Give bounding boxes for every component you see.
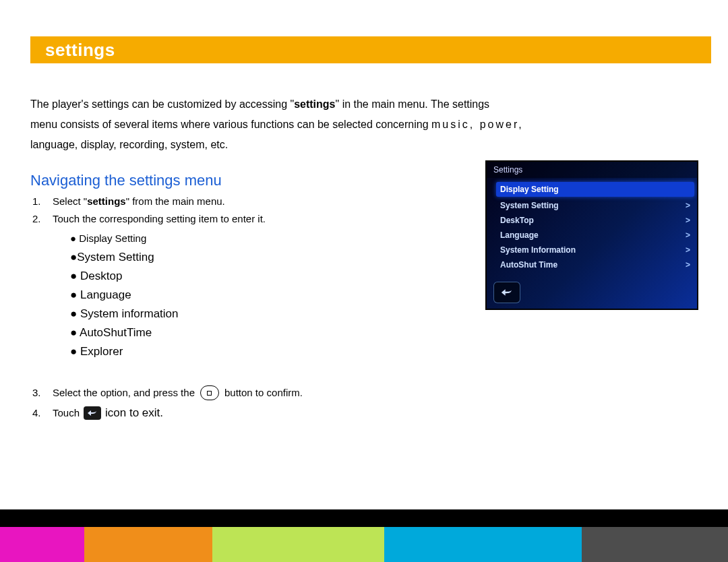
bullet-language: ● Language (70, 286, 179, 305)
manual-page: settings The player's settings can be cu… (0, 0, 728, 562)
step-text-frag: button to confirm. (224, 383, 303, 403)
device-screenshot: Settings Display Setting System Setting>… (485, 160, 698, 310)
bullet-system-setting: ●System Setting (70, 248, 179, 267)
device-title: Settings (487, 162, 697, 178)
steps-list-top: 1. Select "settings" from the main menu.… (32, 193, 464, 228)
step-4: 4. Touch icon to exit. (32, 403, 464, 423)
steps-list-bottom: 3. Select the option, and press the butt… (32, 383, 464, 423)
step-text: Select "settings" from the main menu. (53, 193, 464, 210)
step-text-frag: icon to exit. (105, 403, 163, 423)
chevron-right-icon: > (686, 216, 690, 225)
step-number: 4. (32, 403, 53, 423)
device-back-button[interactable] (493, 282, 520, 303)
return-icon (84, 406, 101, 420)
intro-text: language, display, recording, system, et… (30, 139, 228, 150)
step-text: Touch icon to exit. (53, 403, 464, 423)
page-title: settings (30, 40, 115, 61)
bullet-explorer: ● Explorer (70, 342, 179, 361)
bullet-desktop: ● Desktop (70, 267, 179, 286)
step-3: 3. Select the option, and press the butt… (32, 383, 464, 403)
step-number: 3. (32, 383, 53, 403)
confirm-button-icon (200, 385, 219, 400)
intro-keyword: settings (294, 98, 335, 110)
device-item-desktop[interactable]: DeskTop> (500, 213, 690, 228)
settings-bullet-list: ● Display Setting ●System Setting ● Desk… (70, 229, 179, 361)
step-text-frag: Touch (53, 403, 80, 423)
footer-chip-lime (212, 527, 384, 562)
device-menu: Display Setting System Setting> DeskTop>… (487, 178, 697, 272)
device-item-language[interactable]: Language> (500, 228, 690, 243)
bullet-display-setting: ● Display Setting (70, 229, 179, 248)
chevron-right-icon: > (686, 201, 690, 210)
intro-text: " in the main menu. The settings (336, 98, 490, 110)
header-bar: settings (30, 36, 711, 63)
bullet-system-information: ● System information (70, 305, 179, 323)
step-text-frag: Select " (53, 195, 87, 207)
device-item-display-setting[interactable]: Display Setting (496, 182, 694, 197)
footer-color-bar (0, 509, 728, 562)
section-heading: Navigating the settings menu (30, 172, 222, 189)
step-number: 1. (32, 193, 53, 210)
footer-chip-cyan (384, 527, 582, 562)
footer-chip-grey (582, 527, 728, 562)
step-text-frag: " from the main menu. (126, 195, 225, 207)
intro-text: The player's settings can be customized … (30, 98, 294, 110)
footer-chip-magenta (0, 527, 84, 562)
device-item-system-information[interactable]: System Information> (500, 243, 690, 257)
footer-chip-orange (84, 527, 212, 562)
step-keyword: settings (87, 195, 126, 207)
device-item-system-setting[interactable]: System Setting> (500, 198, 690, 213)
intro-text: menu consists of several items where var… (30, 119, 431, 130)
step-text-frag: Select the option, and press the (53, 383, 195, 403)
step-text: Select the option, and press the button … (53, 383, 464, 403)
step-1: 1. Select "settings" from the main menu. (32, 193, 464, 210)
step-number: 2. (32, 210, 53, 228)
step-2: 2. Touch the corresponding setting item … (32, 210, 464, 228)
bullet-autoshuttime: ● AutoShutTime (70, 323, 179, 342)
chevron-right-icon: > (686, 245, 690, 255)
intro-paragraph: The player's settings can be customized … (30, 94, 637, 155)
chevron-right-icon: > (686, 260, 690, 270)
step-text: Touch the corresponding setting item to … (53, 210, 464, 228)
intro-tracked: music, power, (431, 119, 524, 130)
device-item-autoshut-time[interactable]: AutoShut Time> (500, 257, 690, 272)
chevron-right-icon: > (686, 230, 690, 240)
